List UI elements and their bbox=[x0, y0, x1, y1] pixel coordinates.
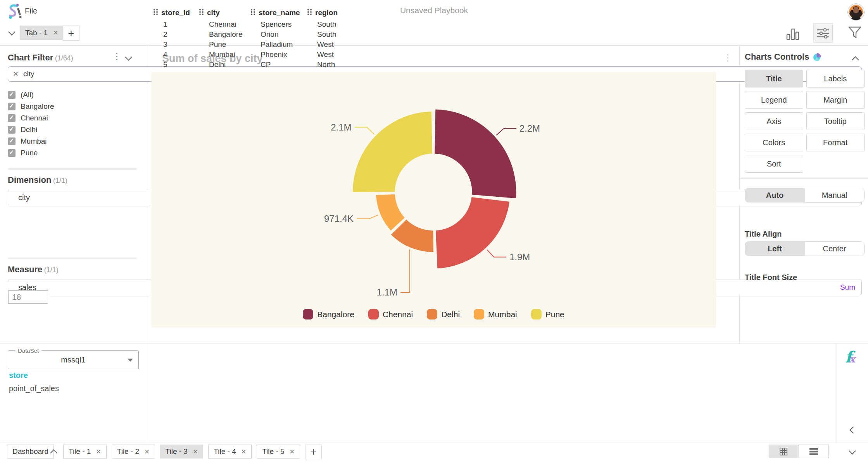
control-button-sort[interactable]: Sort bbox=[745, 155, 803, 173]
list-view-button[interactable] bbox=[799, 445, 829, 458]
close-tile-icon[interactable]: ✕ bbox=[290, 448, 295, 455]
drag-handle-icon[interactable] bbox=[307, 9, 312, 17]
legend-item-chennai[interactable]: Chennai bbox=[368, 309, 413, 319]
checkbox-checked-icon[interactable] bbox=[8, 114, 16, 122]
control-button-legend[interactable]: Legend bbox=[745, 91, 803, 109]
checkbox-checked-icon[interactable] bbox=[8, 137, 16, 145]
legend-item-delhi[interactable]: Delhi bbox=[427, 309, 460, 319]
filter-option-label: Chennai bbox=[21, 114, 48, 122]
chart-filter-title: Chart Filter bbox=[8, 53, 53, 62]
filter-funnel-icon[interactable] bbox=[847, 25, 863, 40]
filter-option-row[interactable]: Bangalore bbox=[8, 101, 136, 112]
add-tile-button[interactable]: + bbox=[305, 445, 322, 459]
mode-option-auto[interactable]: Auto bbox=[745, 188, 805, 203]
checkbox-checked-icon[interactable] bbox=[8, 91, 16, 99]
label-leader-line bbox=[487, 250, 506, 257]
column-header-city[interactable]: city bbox=[199, 6, 250, 19]
tile-tabs: Tile - 1✕Tile - 2✕Tile - 3✕Tile - 4✕Tile… bbox=[63, 445, 322, 459]
control-button-labels[interactable]: Labels bbox=[806, 70, 865, 88]
table-cell: Spencers bbox=[250, 19, 307, 29]
close-tile-icon[interactable]: ✕ bbox=[241, 448, 246, 455]
column-header-store_id[interactable]: store_id bbox=[153, 6, 199, 19]
filter-option-row[interactable]: Delhi bbox=[8, 124, 136, 136]
legend-item-mumbai[interactable]: Mumbai bbox=[474, 309, 517, 319]
rose-pie-chart[interactable]: 2.2M1.9M1.1M971.4K2.1M bbox=[151, 72, 716, 328]
chart-filter-kebab-icon[interactable]: ⋮ bbox=[112, 52, 121, 61]
control-button-format[interactable]: Format bbox=[806, 134, 865, 151]
legend-swatch-icon bbox=[303, 309, 313, 319]
label-leader-line bbox=[357, 215, 378, 219]
aggregation-badge[interactable]: Sum bbox=[840, 283, 855, 292]
label-leader-line bbox=[400, 249, 410, 292]
control-button-colors[interactable]: Colors bbox=[745, 134, 803, 151]
grid-view-button[interactable] bbox=[769, 445, 799, 458]
pie-slice-chennai[interactable] bbox=[435, 197, 510, 269]
pie-slice-bangalore[interactable] bbox=[434, 109, 517, 199]
chart-controls-icon[interactable] bbox=[813, 23, 833, 43]
avatar[interactable] bbox=[847, 3, 865, 21]
align-option-left[interactable]: Left bbox=[745, 241, 805, 256]
close-tile-icon[interactable]: ✕ bbox=[193, 448, 198, 455]
formula-fx-icon[interactable]: fx bbox=[845, 348, 855, 366]
drag-handle-icon[interactable] bbox=[199, 9, 204, 17]
chart-panel-kebab-icon[interactable]: ⋮ bbox=[723, 53, 732, 62]
filter-option-row[interactable]: Mumbai bbox=[8, 136, 136, 147]
table-cell: CP bbox=[250, 60, 307, 70]
dataset-table-list: storepoint_of_sales bbox=[9, 371, 59, 393]
drag-handle-icon[interactable] bbox=[153, 9, 158, 17]
dashboard-button[interactable]: Dashboard bbox=[7, 445, 54, 459]
tab-top-active[interactable]: Tab - 1 ✕ bbox=[20, 26, 64, 40]
chart-plot-area: 2.2M1.9M1.1M971.4K2.1M BangaloreChennaiD… bbox=[151, 72, 716, 328]
control-button-margin[interactable]: Margin bbox=[806, 91, 865, 109]
column-header-region[interactable]: region bbox=[307, 6, 354, 19]
chart-type-icon[interactable] bbox=[784, 26, 801, 42]
table-cell: 1 bbox=[153, 19, 199, 29]
control-button-tooltip[interactable]: Tooltip bbox=[806, 112, 865, 130]
add-tab-button[interactable]: + bbox=[63, 26, 79, 41]
charts-controls-collapse-icon[interactable] bbox=[852, 56, 859, 63]
tile-tab-label: Tile - 4 bbox=[214, 447, 236, 456]
tile-tab-tile-5[interactable]: Tile - 5✕ bbox=[257, 445, 300, 459]
control-button-title[interactable]: Title bbox=[745, 70, 803, 88]
filter-option-row[interactable]: Chennai bbox=[8, 112, 136, 124]
legend-swatch-icon bbox=[427, 309, 437, 319]
tile-tab-label: Tile - 1 bbox=[69, 447, 91, 456]
tabs-collapse-chevron-icon[interactable] bbox=[8, 28, 15, 35]
mode-option-manual[interactable]: Manual bbox=[805, 188, 865, 203]
close-tile-icon[interactable]: ✕ bbox=[96, 448, 101, 455]
dataset-table-point_of_sales[interactable]: point_of_sales bbox=[9, 384, 59, 393]
title-font-size-input[interactable]: 18 bbox=[8, 290, 48, 304]
dataset-value: mssql1 bbox=[8, 351, 138, 369]
legend-item-bangalore[interactable]: Bangalore bbox=[303, 309, 354, 319]
close-tab-icon[interactable]: ✕ bbox=[53, 29, 58, 36]
table-cell: Phoenix bbox=[250, 50, 307, 60]
dataset-table-store[interactable]: store bbox=[9, 371, 59, 380]
checkbox-checked-icon[interactable] bbox=[8, 149, 16, 157]
control-button-axis[interactable]: Axis bbox=[745, 112, 803, 130]
table-cell: North bbox=[307, 60, 354, 70]
checkbox-checked-icon[interactable] bbox=[8, 103, 16, 110]
label-leader-line bbox=[355, 127, 374, 134]
filter-option-row[interactable]: Pune bbox=[8, 147, 136, 159]
drag-handle-icon[interactable] bbox=[250, 9, 255, 17]
chart-filter-collapse-icon[interactable] bbox=[125, 53, 132, 60]
legend-item-pune[interactable]: Pune bbox=[531, 309, 564, 319]
dataset-select[interactable]: DataSet mssql1 bbox=[8, 350, 139, 369]
tile-tab-tile-2[interactable]: Tile - 2✕ bbox=[112, 445, 155, 459]
pie-slice-pune[interactable] bbox=[352, 111, 433, 192]
collapse-bottom-icon[interactable] bbox=[849, 447, 856, 454]
collapse-panel-left-icon[interactable] bbox=[849, 426, 856, 433]
close-tile-icon[interactable]: ✕ bbox=[144, 448, 149, 455]
checkbox-checked-icon[interactable] bbox=[8, 126, 16, 134]
tile-tab-tile-3[interactable]: Tile - 3✕ bbox=[160, 445, 204, 459]
measure-title: Measure bbox=[8, 264, 42, 274]
legend-label: Delhi bbox=[441, 310, 460, 319]
tile-tab-tile-1[interactable]: Tile - 1✕ bbox=[63, 445, 107, 459]
filter-option-label: Mumbai bbox=[21, 137, 47, 146]
filter-option-row[interactable]: (All) bbox=[8, 89, 136, 101]
tile-tab-tile-4[interactable]: Tile - 4✕ bbox=[208, 445, 252, 459]
table-cell: South bbox=[307, 29, 354, 40]
remove-filter-icon[interactable]: ✕ bbox=[13, 70, 19, 78]
column-header-store_name[interactable]: store_name bbox=[250, 6, 307, 19]
align-option-center[interactable]: Center bbox=[805, 241, 865, 256]
